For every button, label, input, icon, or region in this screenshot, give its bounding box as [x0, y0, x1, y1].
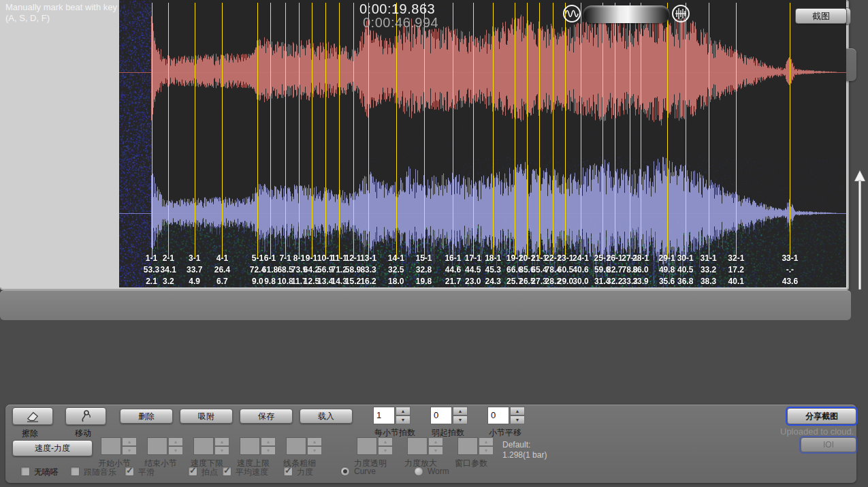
spin-down-icon[interactable]: ▼	[510, 415, 525, 424]
move-tool-button[interactable]	[65, 407, 106, 425]
spin-up-icon[interactable]: ▲	[428, 437, 443, 446]
spin-down-icon[interactable]: ▼	[378, 446, 393, 455]
param-spinner-6-arrows[interactable]: ▲▼	[378, 437, 393, 455]
delete-button[interactable]: 删除	[120, 409, 173, 424]
beat-line[interactable]	[736, 3, 737, 259]
checkbox-average-tempo[interactable]	[222, 467, 231, 476]
beat-line[interactable]	[339, 3, 340, 259]
param-spinner-2-arrows[interactable]: ▲▼	[168, 437, 183, 455]
param-spinner-5-arrows[interactable]: ▲▼	[307, 437, 322, 455]
save-button[interactable]: 保存	[240, 409, 293, 424]
spin-down-icon[interactable]: ▼	[122, 446, 137, 455]
beat-line[interactable]	[325, 3, 326, 259]
beat-line[interactable]	[709, 3, 709, 259]
beat-line[interactable]	[285, 3, 286, 259]
param-spinner-2-value[interactable]	[147, 437, 167, 455]
param-spinner-7-value[interactable]	[407, 437, 428, 455]
pickup-beats-spinner-arrows[interactable]: ▲▼	[453, 407, 468, 424]
spin-up-icon[interactable]: ▲	[510, 407, 525, 415]
load-button[interactable]: 载入	[300, 409, 353, 424]
wave-zoom-in-icon[interactable]	[671, 4, 690, 23]
spin-up-icon[interactable]: ▲	[396, 407, 411, 415]
radio-worm[interactable]	[414, 467, 423, 476]
beat-line[interactable]	[353, 3, 354, 259]
param-spinner-1-value[interactable]	[101, 437, 121, 455]
beat-line[interactable]	[602, 3, 603, 259]
beat-line[interactable]	[667, 3, 668, 259]
beat-line[interactable]	[527, 3, 528, 259]
beat-line[interactable]	[424, 3, 425, 259]
checkbox-no-tick[interactable]	[20, 467, 30, 476]
param-spinner-8-arrows[interactable]: ▲▼	[479, 437, 494, 455]
beat-line[interactable]	[453, 3, 453, 259]
erase-tool-button[interactable]	[12, 407, 53, 425]
beat-line[interactable]	[368, 3, 369, 259]
checkbox-dynamics[interactable]	[283, 467, 293, 476]
spin-up-icon[interactable]: ▲	[122, 437, 137, 446]
beat-line[interactable]	[615, 3, 615, 259]
beat-line[interactable]	[539, 3, 540, 259]
beat-line[interactable]	[195, 3, 195, 259]
param-spinner-6-value[interactable]	[357, 437, 377, 455]
beat-line[interactable]	[312, 3, 312, 259]
screenshot-button[interactable]: 截图	[795, 8, 847, 24]
spin-up-icon[interactable]: ▲	[261, 437, 276, 446]
main-waveform[interactable]: 1-153.32.12-134.13.23-133.74.94-126.46.7…	[119, 0, 846, 287]
radio-curve[interactable]	[340, 467, 350, 476]
spin-down-icon[interactable]: ▼	[168, 446, 183, 455]
beats-per-bar-spinner-arrows[interactable]: ▲▼	[396, 407, 411, 424]
spin-down-icon[interactable]: ▼	[214, 446, 229, 455]
vertical-scroll-arrow[interactable]	[854, 170, 866, 293]
spin-up-icon[interactable]: ▲	[479, 437, 494, 446]
spin-up-icon[interactable]: ▲	[168, 437, 183, 446]
beat-line[interactable]	[222, 3, 223, 259]
beat-line[interactable]	[553, 3, 553, 259]
spin-up-icon[interactable]: ▲	[307, 437, 322, 446]
spin-down-icon[interactable]: ▼	[479, 446, 494, 455]
snap-button[interactable]: 吸附	[180, 409, 233, 424]
spin-down-icon[interactable]: ▼	[261, 446, 276, 455]
tempo-dynamics-button[interactable]: 速度-力度	[12, 440, 93, 456]
spin-down-icon[interactable]: ▼	[307, 446, 322, 455]
pickup-beats-spinner-value[interactable]: 0	[430, 407, 452, 424]
beat-line[interactable]	[790, 3, 790, 259]
beat-line[interactable]	[641, 3, 641, 259]
param-spinner-3-value[interactable]	[193, 437, 214, 455]
wave-zoom-slider[interactable]	[583, 5, 670, 23]
beat-line[interactable]	[630, 3, 630, 259]
param-spinner-7-arrows[interactable]: ▲▼	[428, 437, 443, 455]
share-screenshot-button[interactable]: 分享截图	[787, 408, 856, 424]
beat-line[interactable]	[565, 3, 566, 259]
param-spinner-4-arrows[interactable]: ▲▼	[261, 437, 276, 455]
beat-line[interactable]	[299, 3, 300, 259]
beat-line[interactable]	[152, 3, 152, 259]
beat-line[interactable]	[396, 3, 397, 259]
beats-per-bar-spinner-value[interactable]: 1	[373, 407, 395, 424]
param-spinner-1-arrows[interactable]: ▲▼	[122, 437, 137, 455]
wave-zoom-out-icon[interactable]	[562, 4, 581, 23]
ioi-button[interactable]: IOI	[801, 437, 856, 452]
bar-shift-spinner-arrows[interactable]: ▲▼	[510, 407, 525, 424]
spin-down-icon[interactable]: ▼	[453, 415, 468, 424]
param-spinner-5-value[interactable]	[286, 437, 306, 455]
beat-line[interactable]	[168, 3, 169, 259]
spin-down-icon[interactable]: ▼	[396, 415, 411, 424]
checkbox-beat-points[interactable]	[188, 467, 197, 476]
bar-shift-spinner-value[interactable]: 0	[487, 407, 509, 424]
param-spinner-8-value[interactable]	[457, 437, 478, 455]
param-spinner-4-value[interactable]	[240, 437, 260, 455]
beat-line[interactable]	[257, 3, 258, 259]
spin-up-icon[interactable]: ▲	[453, 407, 468, 415]
beat-line[interactable]	[686, 3, 686, 259]
spin-up-icon[interactable]: ▲	[214, 437, 229, 446]
beat-line[interactable]	[493, 3, 494, 259]
spin-up-icon[interactable]: ▲	[378, 437, 393, 446]
beat-line[interactable]	[515, 3, 515, 259]
spin-down-icon[interactable]: ▼	[428, 446, 443, 455]
checkbox-follow-music[interactable]	[70, 467, 80, 476]
beat-line[interactable]	[581, 3, 581, 259]
param-spinner-3-arrows[interactable]: ▲▼	[214, 437, 229, 455]
beat-line[interactable]	[270, 3, 271, 259]
beat-line[interactable]	[473, 3, 474, 259]
checkbox-smooth[interactable]	[125, 467, 134, 476]
